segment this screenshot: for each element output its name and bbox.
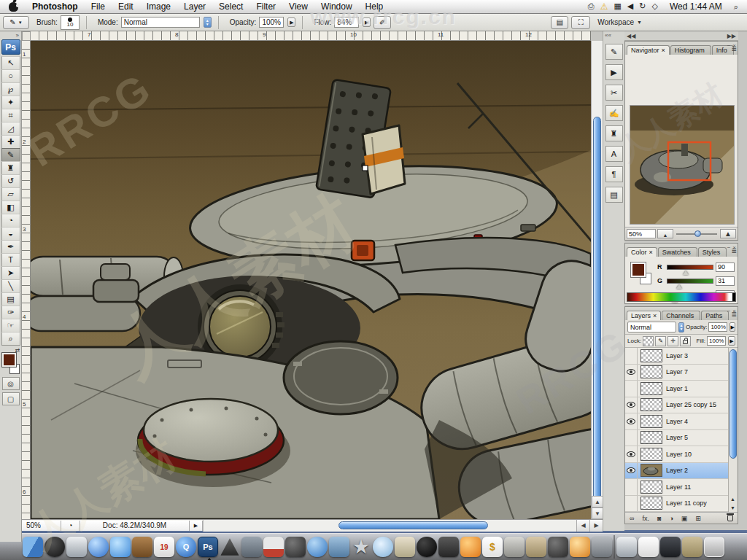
layers-opacity-field[interactable]: 100% bbox=[708, 322, 727, 332]
tool-magic-wand[interactable]: ✦ bbox=[1, 96, 20, 109]
navigator-thumbnail[interactable] bbox=[630, 106, 734, 224]
dock-utility[interactable] bbox=[220, 537, 240, 557]
panel-tab[interactable]: Histogram bbox=[670, 45, 711, 55]
panel-minimize-icon[interactable]: − bbox=[727, 42, 731, 49]
dock-drive[interactable] bbox=[616, 537, 637, 557]
tool-pen[interactable]: ✒ bbox=[1, 240, 20, 254]
new-layer-icon[interactable]: ⊞ bbox=[695, 515, 701, 522]
dock-itunes[interactable] bbox=[307, 537, 328, 557]
tool-zoom[interactable]: ⌕ bbox=[1, 332, 20, 346]
menu-item[interactable]: File bbox=[85, 0, 112, 13]
scroll-down-icon[interactable]: ▼ bbox=[728, 503, 738, 512]
slider-knob[interactable] bbox=[694, 230, 701, 237]
tool-preview-button[interactable]: ✎▼ bbox=[3, 16, 29, 29]
well-cut[interactable]: ✂ bbox=[605, 85, 623, 101]
channel-value-field[interactable]: 90 bbox=[716, 262, 735, 272]
layer-group-icon[interactable]: ▣ bbox=[681, 515, 688, 522]
dock-dashboard[interactable] bbox=[44, 537, 65, 557]
well-art-history[interactable]: ✍ bbox=[605, 105, 623, 121]
layer-thumbnail[interactable] bbox=[640, 481, 662, 494]
layer-visibility-toggle[interactable] bbox=[625, 413, 638, 429]
canvas-vertical-scrollbar[interactable]: ▲ ▼ bbox=[591, 41, 603, 519]
menu-item[interactable]: View bbox=[282, 0, 314, 13]
tab-close-icon[interactable]: × bbox=[649, 249, 653, 256]
dock-painter[interactable] bbox=[504, 537, 525, 557]
dock-divider[interactable] bbox=[614, 535, 615, 559]
layer-row[interactable]: Layer 2 bbox=[625, 463, 738, 480]
dock-camera[interactable] bbox=[548, 537, 568, 557]
dock-ical[interactable]: 19 bbox=[154, 537, 174, 557]
dock-lamp[interactable] bbox=[460, 537, 481, 557]
layer-row[interactable]: Layer 10 bbox=[625, 446, 738, 463]
tool-crop[interactable]: ⌗ bbox=[1, 109, 20, 122]
channel-value-field[interactable]: 31 bbox=[716, 276, 735, 286]
dock-monitor[interactable] bbox=[660, 537, 681, 557]
tool-healing-brush[interactable]: ✚ bbox=[1, 135, 20, 149]
menu-item[interactable]: Select bbox=[212, 0, 249, 13]
delete-layer-icon[interactable] bbox=[727, 515, 733, 521]
spotlight-icon[interactable]: ⌕ bbox=[731, 2, 741, 12]
panel-tab[interactable]: Channels bbox=[662, 311, 700, 320]
channel-slider[interactable] bbox=[667, 265, 713, 270]
well-paragraph[interactable]: ¶ bbox=[605, 166, 623, 182]
brush-preset-picker[interactable]: 10 bbox=[61, 15, 80, 30]
layer-thumbnail[interactable] bbox=[640, 448, 662, 461]
swap-colors-icon[interactable]: ⇄ bbox=[15, 347, 20, 354]
layers-scrollbar[interactable]: ▲ ▼ bbox=[728, 348, 738, 512]
panel-menu-icon[interactable]: ≣ bbox=[731, 45, 737, 52]
well-clone-source[interactable]: ♜ bbox=[605, 125, 623, 141]
tool-eyedropper[interactable]: ✑ bbox=[1, 306, 20, 319]
layer-row[interactable]: Layer 11 copy bbox=[625, 496, 738, 513]
zoom-level-field[interactable]: 50% bbox=[22, 521, 61, 531]
tool-history-brush[interactable]: ↺ bbox=[1, 174, 20, 188]
dock-contacts[interactable] bbox=[132, 537, 152, 557]
panel-tab[interactable]: Paths bbox=[701, 311, 729, 320]
dock-docs[interactable] bbox=[682, 537, 703, 557]
dock-quicktime[interactable]: Q bbox=[176, 537, 196, 557]
adjustment-layer-icon[interactable]: ◑ bbox=[669, 515, 673, 522]
layer-visibility-toggle[interactable] bbox=[625, 365, 638, 381]
hscroll-thumb[interactable] bbox=[338, 521, 488, 529]
dock-safari[interactable] bbox=[88, 537, 109, 557]
layer-row[interactable]: Layer 4 bbox=[625, 413, 738, 430]
menu-item[interactable]: Edit bbox=[112, 0, 140, 13]
foreground-color-swatch[interactable] bbox=[631, 262, 646, 277]
zoom-in-icon[interactable]: ▲ bbox=[720, 229, 736, 238]
layer-style-icon[interactable]: fx. bbox=[642, 515, 649, 522]
dock-media-folder[interactable] bbox=[329, 537, 349, 557]
channel-slider[interactable] bbox=[667, 279, 713, 284]
tool-path-select[interactable]: ➤ bbox=[1, 266, 20, 280]
tool-move[interactable]: ↖ bbox=[1, 56, 20, 70]
layer-thumbnail[interactable] bbox=[640, 464, 662, 477]
scroll-down-icon[interactable]: ▼ bbox=[592, 508, 603, 519]
menu-item[interactable]: Filter bbox=[249, 0, 282, 13]
layer-visibility-toggle[interactable] bbox=[625, 348, 638, 364]
apple-menu-icon[interactable] bbox=[9, 2, 18, 12]
panel-minimize-icon[interactable]: − bbox=[727, 308, 731, 314]
panel-menu-icon[interactable]: ≣ bbox=[731, 311, 737, 318]
zoom-out-icon[interactable]: ▲ bbox=[657, 229, 673, 238]
scroll-right-icon[interactable]: ▶ bbox=[589, 520, 603, 532]
dock-flame[interactable] bbox=[570, 537, 590, 557]
dock-money[interactable]: $ bbox=[482, 537, 503, 557]
layer-row[interactable]: Layer 3 bbox=[625, 348, 738, 365]
tool-slice[interactable]: ◿ bbox=[1, 122, 20, 136]
navigator-zoom-field[interactable]: 50% bbox=[627, 229, 656, 238]
keyboard-layout-icon[interactable]: ▦ bbox=[611, 1, 624, 12]
tool-notes[interactable]: ▤ bbox=[1, 292, 20, 306]
tool-dodge[interactable]: ◒ bbox=[1, 227, 20, 241]
palette-grip[interactable]: » bbox=[14, 31, 21, 39]
scroll-left-icon[interactable]: ◀ bbox=[576, 520, 589, 532]
slider-thumb-icon[interactable] bbox=[683, 271, 689, 275]
layer-row[interactable]: Layer 11 bbox=[625, 479, 738, 496]
tool-lasso[interactable]: ℘ bbox=[1, 82, 20, 96]
well-layer-comps[interactable]: ▤ bbox=[605, 187, 623, 203]
menu-item[interactable]: Help bbox=[359, 0, 390, 13]
status-expand-icon[interactable]: ▶ bbox=[190, 521, 203, 531]
layer-visibility-toggle[interactable] bbox=[625, 430, 638, 446]
dock-cards[interactable] bbox=[638, 537, 659, 557]
panel-tab[interactable]: Layers× bbox=[627, 311, 661, 320]
dock-shots[interactable] bbox=[526, 537, 546, 557]
flow-input[interactable]: 84% bbox=[334, 17, 359, 28]
palette-toggle-button[interactable]: ▤ bbox=[551, 16, 568, 29]
